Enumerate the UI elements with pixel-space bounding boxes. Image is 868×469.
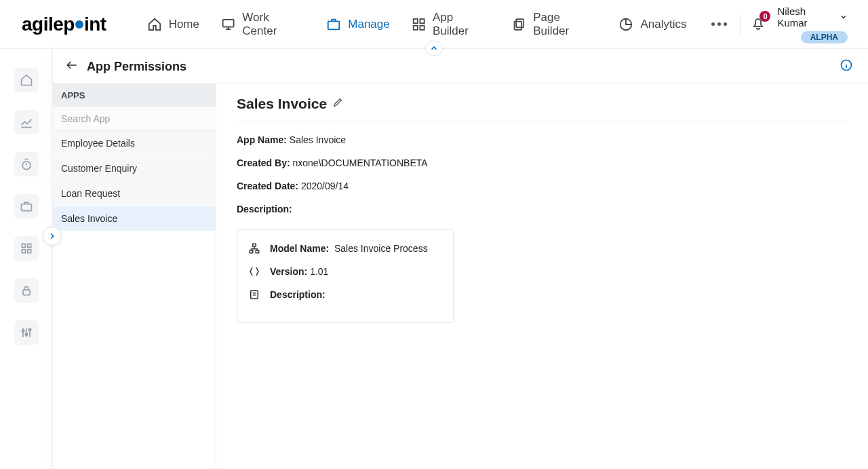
svg-rect-22 xyxy=(256,250,259,253)
notifications-bell[interactable]: 0 xyxy=(750,15,766,34)
alpha-badge: ALPHA xyxy=(801,31,848,43)
app-item-label: Customer Enquiry xyxy=(61,163,137,174)
topbar: agilepint Home Work Center Manage App Bu… xyxy=(0,0,868,49)
rail-security[interactable] xyxy=(14,278,39,303)
chevron-up-icon xyxy=(429,43,439,53)
rail-briefcase[interactable] xyxy=(14,194,39,219)
app-item-label: Employee Details xyxy=(61,138,135,149)
collapse-topbar[interactable] xyxy=(425,41,443,56)
version-icon xyxy=(248,265,260,278)
svg-rect-6 xyxy=(516,19,524,27)
document-icon xyxy=(248,288,260,301)
nav-more[interactable] xyxy=(708,13,730,36)
apps-header: APPS xyxy=(53,83,216,107)
nav-app-builder-label: App Builder xyxy=(433,11,490,38)
briefcase-icon xyxy=(326,17,341,32)
chart-icon xyxy=(20,115,33,129)
arrow-left-icon xyxy=(65,58,79,72)
model-version-row: Version: 1.01 xyxy=(248,265,442,278)
topbar-right: 0 Nilesh Kumar ALPHA xyxy=(730,5,848,43)
nav-manage[interactable]: Manage xyxy=(326,17,389,32)
svg-rect-20 xyxy=(253,244,256,246)
nav-work-center-label: Work Center xyxy=(242,11,304,38)
field-description: Description: xyxy=(237,204,848,214)
app-item-loan-request[interactable]: Loan Request xyxy=(53,181,216,206)
app-item-employee-details[interactable]: Employee Details xyxy=(53,131,216,156)
brand-dot-icon xyxy=(75,20,83,29)
nav-app-builder[interactable]: App Builder xyxy=(412,11,490,38)
svg-rect-3 xyxy=(420,19,424,23)
svg-rect-10 xyxy=(21,204,31,211)
sliders-icon xyxy=(20,326,33,339)
svg-rect-5 xyxy=(420,25,424,29)
grid-icon xyxy=(412,17,426,32)
home-icon xyxy=(147,17,162,32)
user-name-label: Nilesh Kumar xyxy=(777,5,837,29)
svg-rect-7 xyxy=(515,21,522,29)
chevron-down-icon xyxy=(840,13,848,21)
user-menu[interactable]: Nilesh Kumar xyxy=(777,5,848,29)
rail-timer[interactable] xyxy=(14,152,39,176)
brand-logo: agilepint xyxy=(22,14,106,35)
app-item-sales-invoice[interactable]: Sales Invoice xyxy=(53,206,216,231)
page-title: App Permissions xyxy=(87,60,831,74)
nav-manage-label: Manage xyxy=(348,18,389,31)
rail-controls[interactable] xyxy=(14,320,39,345)
svg-rect-1 xyxy=(328,21,340,29)
nav-page-builder[interactable]: Page Builder xyxy=(512,11,597,38)
svg-rect-4 xyxy=(413,25,417,29)
pencil-icon xyxy=(332,97,343,108)
briefcase-icon xyxy=(20,200,33,213)
svg-rect-14 xyxy=(27,250,31,253)
nav-analytics[interactable]: Analytics xyxy=(618,17,686,32)
field-app-name: App Name: Sales Invoice xyxy=(237,134,848,145)
app-item-label: Loan Request xyxy=(61,188,120,199)
pie-icon xyxy=(618,17,633,32)
diagram-icon xyxy=(248,242,260,255)
rail-apps[interactable] xyxy=(14,236,39,261)
model-card: Model Name: Sales Invoice Process Versio… xyxy=(237,229,454,323)
home-icon xyxy=(20,73,33,87)
nav-analytics-label: Analytics xyxy=(640,18,686,31)
monitor-icon xyxy=(221,17,235,32)
svg-rect-12 xyxy=(27,244,31,247)
search-apps-input[interactable] xyxy=(61,113,208,124)
nav-separator xyxy=(740,14,741,35)
rail-expand[interactable] xyxy=(43,227,62,246)
nav-page-builder-label: Page Builder xyxy=(533,11,597,38)
top-nav: Home Work Center Manage App Builder Page… xyxy=(147,11,731,38)
model-description-row: Description: xyxy=(248,288,442,301)
left-rail xyxy=(0,49,53,469)
app-item-customer-enquiry[interactable]: Customer Enquiry xyxy=(53,156,216,181)
apps-panel: APPS Employee Details Customer Enquiry L… xyxy=(53,83,216,469)
field-created-date: Created Date: 2020/09/14 xyxy=(237,181,848,191)
info-icon xyxy=(840,58,853,72)
main-panel: App Permissions APPS Employee Details Cu… xyxy=(53,49,868,469)
svg-rect-2 xyxy=(413,19,417,23)
stopwatch-icon xyxy=(20,157,33,171)
info-button[interactable] xyxy=(840,58,853,75)
back-button[interactable] xyxy=(65,58,79,75)
model-name-row: Model Name: Sales Invoice Process xyxy=(248,242,442,255)
svg-rect-11 xyxy=(22,244,25,247)
detail-panel: Sales Invoice App Name: Sales Invoice Cr… xyxy=(216,83,868,469)
grid-icon xyxy=(20,242,33,255)
detail-title: Sales Invoice xyxy=(237,96,327,112)
svg-rect-0 xyxy=(223,19,234,26)
apps-search-row xyxy=(53,107,216,131)
rail-home[interactable] xyxy=(14,68,39,92)
svg-rect-15 xyxy=(23,290,30,295)
edit-title-button[interactable] xyxy=(332,97,343,111)
copy-icon xyxy=(512,17,526,32)
svg-rect-21 xyxy=(250,250,253,253)
svg-rect-13 xyxy=(22,250,25,253)
chevron-right-icon xyxy=(47,231,57,241)
nav-work-center[interactable]: Work Center xyxy=(221,11,304,38)
nav-home-label: Home xyxy=(169,18,199,31)
nav-home[interactable]: Home xyxy=(147,17,199,32)
app-item-label: Sales Invoice xyxy=(61,213,117,224)
notif-badge: 0 xyxy=(760,11,770,22)
lock-icon xyxy=(20,284,33,297)
rail-trends[interactable] xyxy=(14,110,39,134)
page-head: App Permissions xyxy=(53,49,868,83)
